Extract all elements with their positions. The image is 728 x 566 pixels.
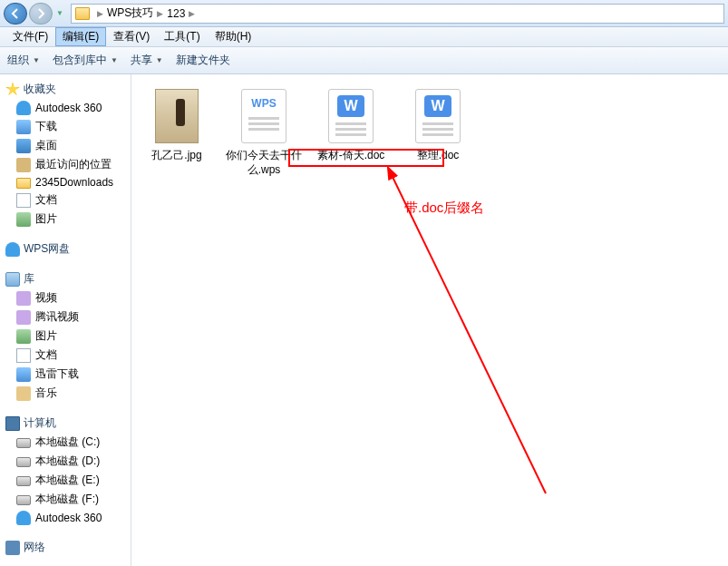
- sidebar-item-music[interactable]: 音乐: [2, 384, 129, 403]
- sidebar-item-disk-f[interactable]: 本地磁盘 (F:): [2, 490, 129, 509]
- library-icon: [5, 272, 20, 287]
- sidebar-item-disk-e[interactable]: 本地磁盘 (E:): [2, 471, 129, 490]
- sidebar-item-label: 文档: [35, 347, 57, 363]
- sidebar-item-label: 本地磁盘 (F:): [35, 492, 99, 507]
- side-computer-hdr[interactable]: 计算机: [2, 414, 129, 433]
- tb-share[interactable]: 共享▼: [131, 53, 163, 68]
- recent-icon: [16, 158, 31, 172]
- vid-icon: [16, 291, 31, 306]
- doc-icon: [16, 348, 31, 363]
- sidebar-item-label: 迅雷下载: [35, 366, 79, 382]
- cloud-icon: [5, 242, 20, 257]
- file-sucai[interactable]: W素材-倚天.doc: [311, 83, 391, 181]
- file-nimen[interactable]: WPS你们今天去干什么.wps: [224, 83, 304, 181]
- sidebar-item-label: 腾讯视频: [35, 309, 79, 325]
- sidebar-item-tencent[interactable]: 腾讯视频: [2, 307, 129, 327]
- down-icon: [16, 120, 31, 134]
- sidebar-item-label: 桌面: [35, 138, 57, 153]
- sidebar-item-2345[interactable]: 2345Downloads: [2, 174, 129, 190]
- doc-icon: [16, 193, 31, 208]
- side-libraries: 库 视频腾讯视频图片文档迅雷下载音乐: [2, 269, 129, 403]
- network-icon: [5, 541, 20, 555]
- sidebar-item-label: 文档: [35, 192, 57, 208]
- side-favorites: 收藏夹 Autodesk 360下载桌面最近访问的位置2345Downloads…: [2, 80, 129, 229]
- file-zhengli[interactable]: W整理.doc: [398, 83, 478, 181]
- sidebar-item-autodesk[interactable]: Autodesk 360: [2, 99, 129, 117]
- back-button[interactable]: [4, 3, 27, 24]
- file-label: 整理.doc: [417, 149, 460, 163]
- tb-include[interactable]: 包含到库中▼: [53, 53, 118, 68]
- side-wpscloud-label: WPS网盘: [24, 241, 70, 257]
- forward-button[interactable]: [29, 3, 53, 24]
- path-seg-1[interactable]: 123: [167, 7, 185, 20]
- content-area[interactable]: 孔乙己.jpgWPS你们今天去干什么.wpsW素材-倚天.docW整理.doc …: [131, 74, 728, 566]
- main: 收藏夹 Autodesk 360下载桌面最近访问的位置2345Downloads…: [0, 74, 728, 566]
- sidebar-item-video[interactable]: 视频: [2, 288, 129, 307]
- side-favorites-hdr[interactable]: 收藏夹: [2, 80, 129, 99]
- sidebar-item-desktop[interactable]: 桌面: [2, 136, 129, 155]
- address-bar[interactable]: ▶ WPS技巧 ▶ 123 ▶: [71, 4, 724, 24]
- disk-icon: [16, 457, 31, 467]
- desk-icon: [16, 139, 31, 153]
- sidebar-item-label: 最近访问的位置: [35, 157, 112, 172]
- image-thumb-icon: [155, 89, 199, 143]
- tb-organize[interactable]: 组织▼: [7, 53, 40, 68]
- sidebar-item-label: 音乐: [35, 385, 57, 401]
- menu-tools[interactable]: 工具(T): [157, 27, 207, 46]
- file-label: 孔乙己.jpg: [151, 149, 201, 163]
- annotation-text: 带.doc后缀名: [404, 200, 484, 217]
- sidebar-item-label: Autodesk 360: [35, 512, 102, 524]
- menu-help[interactable]: 帮助(H): [208, 27, 259, 46]
- sidebar-item-label: 本地磁盘 (E:): [35, 473, 100, 488]
- sidebar-item-xunlei[interactable]: 迅雷下载: [2, 365, 129, 384]
- menubar: 文件(F) 编辑(E) 查看(V) 工具(T) 帮助(H): [0, 27, 728, 47]
- tb-newfolder[interactable]: 新建文件夹: [176, 53, 230, 68]
- side-libraries-hdr[interactable]: 库: [2, 269, 129, 288]
- folder-icon: [16, 178, 31, 189]
- cloud-icon: [16, 511, 31, 525]
- menu-file[interactable]: 文件(F): [5, 27, 55, 46]
- history-dropdown[interactable]: ▼: [54, 3, 65, 24]
- pic-icon: [16, 212, 31, 227]
- sidebar-item-downloads[interactable]: 下载: [2, 117, 129, 136]
- music-icon: [16, 386, 31, 401]
- side-favorites-label: 收藏夹: [24, 82, 56, 97]
- sidebar-item-label: 2345Downloads: [35, 176, 113, 189]
- sidebar-item-recent[interactable]: 最近访问的位置: [2, 155, 129, 174]
- menu-edit[interactable]: 编辑(E): [55, 27, 106, 46]
- path-seg-0[interactable]: WPS技巧: [107, 5, 153, 21]
- titlebar: ▼ ▶ WPS技巧 ▶ 123 ▶: [0, 0, 728, 27]
- pic-icon: [16, 329, 31, 344]
- sidebar-item-label: 本地磁盘 (D:): [35, 454, 100, 469]
- sidebar-item-autodesk2[interactable]: Autodesk 360: [2, 509, 129, 527]
- sidebar-item-label: 图片: [35, 328, 57, 344]
- chevron-right-icon: ▶: [157, 9, 163, 18]
- side-network[interactable]: 网络: [2, 538, 129, 557]
- chevron-right-icon: ▶: [97, 9, 103, 18]
- disk-icon: [16, 495, 31, 505]
- side-network-label: 网络: [24, 540, 45, 555]
- file-kongyiji[interactable]: 孔乙己.jpg: [137, 83, 217, 181]
- down-icon: [16, 367, 31, 382]
- sidebar-item-disk-c[interactable]: 本地磁盘 (C:): [2, 433, 129, 452]
- sidebar-item-pics[interactable]: 图片: [2, 210, 129, 229]
- sidebar-item-label: 本地磁盘 (C:): [35, 434, 100, 450]
- sidebar-item-docs[interactable]: 文档: [2, 190, 129, 210]
- side-wpscloud[interactable]: WPS网盘: [2, 239, 129, 259]
- file-label: 你们今天去干什么.wps: [226, 149, 302, 177]
- doc-file-icon: W: [415, 89, 461, 143]
- computer-icon: [5, 416, 20, 431]
- sidebar-item-pictures[interactable]: 图片: [2, 327, 129, 346]
- wps-file-icon: WPS: [241, 89, 286, 143]
- doc-file-icon: W: [328, 89, 374, 143]
- disk-icon: [16, 438, 31, 448]
- menu-view[interactable]: 查看(V): [106, 27, 157, 46]
- sidebar: 收藏夹 Autodesk 360下载桌面最近访问的位置2345Downloads…: [0, 74, 131, 566]
- chevron-right-icon: ▶: [189, 9, 195, 18]
- sidebar-item-label: 下载: [35, 119, 57, 134]
- sidebar-item-documents[interactable]: 文档: [2, 346, 129, 365]
- sidebar-item-disk-d[interactable]: 本地磁盘 (D:): [2, 452, 129, 471]
- toolbar: 组织▼ 包含到库中▼ 共享▼ 新建文件夹: [0, 47, 728, 74]
- file-label: 素材-倚天.doc: [317, 149, 385, 163]
- side-computer-label: 计算机: [24, 415, 56, 431]
